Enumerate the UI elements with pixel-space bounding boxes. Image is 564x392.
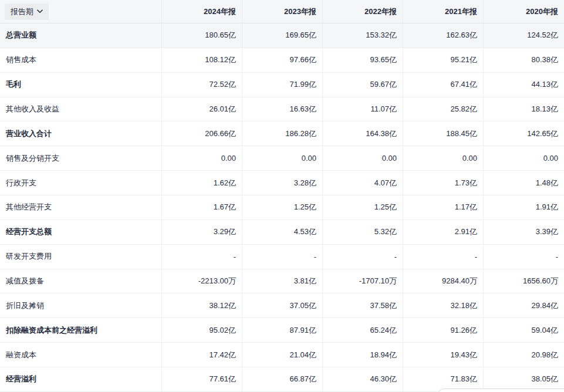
row-label: 融资成本 [0, 343, 161, 367]
value-cell: 93.65亿 [322, 48, 403, 72]
value-cell: 0.00 [161, 146, 242, 170]
table-row: 其他经营开支 1.67亿 1.25亿 1.25亿 1.17亿 1.91亿 [0, 195, 564, 220]
value-cell: 153.32亿 [322, 23, 403, 48]
value-cell: 66.87亿 [242, 367, 322, 391]
value-cell: 80.38亿 [483, 48, 564, 72]
table-row: 融资成本 17.42亿 21.04亿 18.94亿 19.43亿 20.98亿 [0, 343, 564, 367]
value-cell: 87.91亿 [242, 318, 322, 342]
table-row: 营业收入合计 206.66亿 186.28亿 164.38亿 188.45亿 1… [0, 121, 564, 146]
table-row: 折旧及摊销 38.12亿 37.05亿 37.58亿 32.18亿 29.84亿 [0, 293, 564, 318]
row-label: 毛利 [0, 73, 161, 97]
row-label: 销售及分销开支 [0, 146, 161, 170]
value-cell: 44.13亿 [483, 73, 564, 97]
column-header-2024: 2024年报 [161, 0, 242, 23]
value-cell: 97.66亿 [242, 48, 322, 72]
value-cell: 71.99亿 [242, 73, 322, 97]
row-label: 扣除融资成本前之经营溢利 [0, 318, 161, 342]
chevron-down-icon [37, 9, 43, 13]
value-cell: 16.63亿 [242, 97, 322, 121]
value-cell: - [242, 245, 322, 269]
column-header-2021: 2021年报 [403, 0, 483, 23]
value-cell: 0.00 [403, 146, 483, 170]
table-row: 销售成本 108.12亿 97.66亿 93.65亿 95.21亿 80.38亿 [0, 48, 564, 73]
value-cell: 9284.40万 [403, 269, 483, 293]
value-cell: 19.43亿 [403, 343, 483, 367]
value-cell: 186.28亿 [242, 121, 322, 146]
cutoff-popover-edge [437, 388, 564, 392]
value-cell: 1.67亿 [161, 195, 242, 219]
value-cell: 3.29亿 [161, 220, 242, 244]
report-period-dropdown[interactable]: 报告期 [5, 4, 49, 20]
financial-statements-table: 报告期 2024年报 2023年报 2022年报 2021年报 2020年报 总… [0, 0, 564, 392]
value-cell: 77.61亿 [161, 367, 242, 391]
value-cell: 0.00 [483, 146, 564, 170]
value-cell: 72.52亿 [161, 73, 242, 97]
table-row: 经营开支总额 3.29亿 4.53亿 5.32亿 2.91亿 3.39亿 [0, 220, 564, 245]
row-label: 减值及拨备 [0, 269, 161, 293]
value-cell: 95.02亿 [161, 318, 242, 342]
value-cell: 37.05亿 [242, 293, 322, 317]
value-cell: 29.84亿 [483, 293, 564, 317]
value-cell: 188.45亿 [403, 121, 483, 146]
value-cell: 4.53亿 [242, 220, 322, 244]
value-cell: 169.65亿 [242, 23, 322, 48]
value-cell: 71.83亿 [403, 367, 483, 391]
value-cell: 0.00 [242, 146, 322, 170]
column-header-2022: 2022年报 [322, 0, 403, 23]
row-label: 其他经营开支 [0, 195, 161, 219]
value-cell: - [483, 245, 564, 269]
value-cell: 67.41亿 [403, 73, 483, 97]
value-cell: 108.12亿 [161, 48, 242, 72]
value-cell: - [322, 245, 403, 269]
report-period-header-cell: 报告期 [0, 0, 161, 23]
row-label: 经营开支总额 [0, 220, 161, 244]
value-cell: 25.82亿 [403, 97, 483, 121]
value-cell: 18.13亿 [483, 97, 564, 121]
row-label: 营业收入合计 [0, 121, 161, 146]
value-cell: 95.21亿 [403, 48, 483, 72]
value-cell: 91.26亿 [403, 318, 483, 342]
table-row: 其他收入及收益 26.01亿 16.63亿 11.07亿 25.82亿 18.1… [0, 97, 564, 122]
value-cell: 65.24亿 [322, 318, 403, 342]
row-label: 总营业额 [0, 23, 161, 48]
value-cell: 3.39亿 [483, 220, 564, 244]
row-label: 经营溢利 [0, 367, 161, 391]
value-cell: 38.12亿 [161, 293, 242, 317]
value-cell: 59.67亿 [322, 73, 403, 97]
value-cell: 20.98亿 [483, 343, 564, 367]
table-header-row: 报告期 2024年报 2023年报 2022年报 2021年报 2020年报 [0, 0, 564, 23]
value-cell: 1.73亿 [403, 171, 483, 195]
value-cell: 59.04亿 [483, 318, 564, 342]
value-cell: -1707.10万 [322, 269, 403, 293]
value-cell: 1.62亿 [161, 171, 242, 195]
value-cell: 1.91亿 [483, 195, 564, 219]
value-cell: 3.28亿 [242, 171, 322, 195]
table-row: 行政开支 1.62亿 3.28亿 4.07亿 1.73亿 1.48亿 [0, 171, 564, 195]
value-cell: 1.25亿 [242, 195, 322, 219]
value-cell: 37.58亿 [322, 293, 403, 317]
row-label: 行政开支 [0, 171, 161, 195]
value-cell: 180.65亿 [161, 23, 242, 48]
value-cell: -2213.00万 [161, 269, 242, 293]
value-cell: 2.91亿 [403, 220, 483, 244]
value-cell: 1656.60万 [483, 269, 564, 293]
value-cell: 162.63亿 [403, 23, 483, 48]
column-header-2020: 2020年报 [483, 0, 564, 23]
table-row: 研发开支费用 - - - - - [0, 245, 564, 269]
value-cell: 164.38亿 [322, 121, 403, 146]
value-cell: 3.81亿 [242, 269, 322, 293]
value-cell: 11.07亿 [322, 97, 403, 121]
value-cell: 17.42亿 [161, 343, 242, 367]
value-cell: 46.30亿 [322, 367, 403, 391]
table-row: 总营业额 180.65亿 169.65亿 153.32亿 162.63亿 124… [0, 23, 564, 48]
value-cell: 18.94亿 [322, 343, 403, 367]
value-cell: 142.65亿 [483, 121, 564, 146]
table-row: 毛利 72.52亿 71.99亿 59.67亿 67.41亿 44.13亿 [0, 73, 564, 97]
report-period-label: 报告期 [11, 6, 33, 17]
value-cell: 206.66亿 [161, 121, 242, 146]
value-cell: 1.25亿 [322, 195, 403, 219]
row-label: 销售成本 [0, 48, 161, 72]
value-cell: 5.32亿 [322, 220, 403, 244]
value-cell: - [161, 245, 242, 269]
value-cell: 1.48亿 [483, 171, 564, 195]
